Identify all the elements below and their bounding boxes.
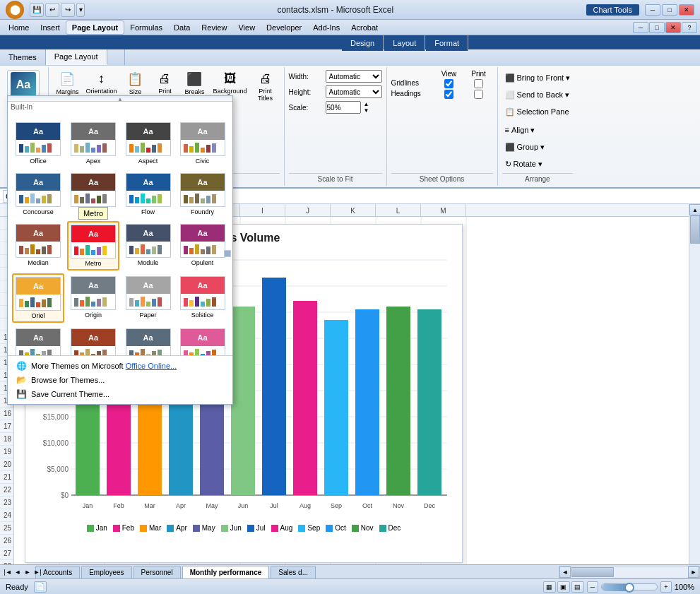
- menu-addins[interactable]: Add-Ins: [307, 20, 345, 35]
- tab-employees[interactable]: Employees: [81, 566, 131, 578]
- inner-close-btn[interactable]: ✕: [665, 22, 681, 33]
- tab-page-layout[interactable]: Page Layout: [46, 49, 107, 65]
- breaks-btn[interactable]: ⬛ Breaks: [180, 70, 208, 97]
- gridlines-view-checkbox[interactable]: [444, 79, 453, 88]
- themes-scroll-area[interactable]: Aa Office Aa: [8, 115, 232, 355]
- background-btn[interactable]: 🖼 Background: [210, 70, 249, 96]
- send-back-btn[interactable]: ⬜ Send to Back ▾: [502, 87, 573, 102]
- save-theme-btn[interactable]: 💾 Save Current Theme...: [13, 387, 227, 401]
- h-scroll-track[interactable]: [571, 566, 688, 578]
- theme-verve[interactable]: Aa Verve: [177, 326, 228, 355]
- legend-apr-label: Apr: [176, 524, 187, 532]
- theme-metro[interactable]: Aa Metro Metro: [67, 221, 119, 271]
- theme-foundry[interactable]: Aa Foundry: [177, 170, 228, 218]
- zoom-slider-thumb[interactable]: [624, 583, 634, 593]
- close-btn[interactable]: ✕: [679, 4, 694, 16]
- size-btn[interactable]: 📋 Size: [121, 70, 149, 97]
- minimize-btn[interactable]: ─: [645, 4, 660, 16]
- height-select[interactable]: Automatic: [326, 85, 382, 98]
- menu-acrobat[interactable]: Acrobat: [345, 20, 384, 35]
- dropdown-quick-btn[interactable]: ▾: [76, 3, 85, 17]
- page-layout-view-btn[interactable]: ▣: [557, 581, 570, 593]
- theme-trek[interactable]: Aa Trek: [67, 326, 119, 355]
- tab-sales[interactable]: Sales d...: [271, 566, 316, 578]
- more-themes-btn[interactable]: 🌐 More Themes on Microsoft Office Online…: [13, 359, 227, 373]
- gridlines-print-checkbox[interactable]: [474, 79, 483, 88]
- menu-home[interactable]: Home: [3, 20, 35, 35]
- theme-aspect[interactable]: Aa Aspect: [122, 119, 174, 167]
- print-titles-btn[interactable]: 🖨 PrintTitles: [251, 70, 280, 103]
- save-quick-btn[interactable]: 💾: [30, 3, 44, 17]
- headings-view-checkbox[interactable]: [444, 90, 453, 99]
- tab-personnel[interactable]: Personnel: [134, 566, 181, 578]
- theme-apex[interactable]: Aa Apex: [67, 119, 119, 167]
- scale-spinner[interactable]: ▲▼: [364, 101, 369, 114]
- menu-data[interactable]: Data: [168, 20, 196, 35]
- menu-review[interactable]: Review: [196, 20, 232, 35]
- legend-nov-dot: [352, 525, 359, 532]
- sheet-nav-prev[interactable]: ◄: [13, 567, 23, 577]
- tab-chart-format[interactable]: Format: [426, 35, 468, 51]
- office-online-link[interactable]: Office Online...: [126, 362, 177, 370]
- menu-developer[interactable]: Developer: [261, 20, 307, 35]
- theme-apex-bars: [71, 140, 115, 154]
- scroll-up-btn[interactable]: ▲: [689, 204, 700, 215]
- normal-view-btn[interactable]: ▦: [543, 581, 556, 593]
- theme-civic[interactable]: Aa Civic: [177, 119, 228, 167]
- h-scroll-thumb[interactable]: [571, 567, 614, 577]
- theme-flow[interactable]: Aa Flow: [122, 170, 174, 218]
- theme-median[interactable]: Aa Median: [12, 221, 64, 271]
- menu-formulas[interactable]: Formulas: [124, 20, 168, 35]
- theme-concourse[interactable]: Aa Concourse: [12, 170, 64, 218]
- scroll-track[interactable]: [689, 215, 700, 594]
- theme-urban[interactable]: Aa Urban: [122, 326, 174, 355]
- tab-other[interactable]: [107, 49, 125, 65]
- restore-btn[interactable]: □: [662, 4, 677, 16]
- headings-print-checkbox[interactable]: [474, 90, 483, 99]
- help-btn[interactable]: ?: [682, 22, 697, 33]
- sheet-nav-first[interactable]: |◄: [3, 567, 13, 577]
- browse-themes-btn[interactable]: 📂 Browse for Themes...: [13, 373, 227, 387]
- h-scroll-left[interactable]: ◄: [559, 566, 571, 578]
- themes-scroll-thumb[interactable]: [225, 251, 230, 256]
- theme-technic[interactable]: Aa Technic: [12, 326, 64, 355]
- theme-module[interactable]: Aa Module: [122, 221, 174, 271]
- zoom-out-btn[interactable]: ─: [587, 581, 598, 593]
- theme-paper[interactable]: Aa Paper: [122, 273, 174, 323]
- theme-opulent[interactable]: Aa Opulent: [177, 221, 228, 271]
- themes-scrollbar[interactable]: [224, 250, 231, 257]
- selection-pane-btn[interactable]: 📋 Selection Pane: [502, 104, 572, 119]
- theme-origin[interactable]: Aa Origin: [67, 273, 119, 323]
- h-scrollbar[interactable]: ◄ ►: [559, 566, 700, 578]
- scroll-thumb[interactable]: [690, 215, 700, 244]
- orientation-btn[interactable]: ↕ Orientation: [83, 70, 119, 96]
- width-select[interactable]: Automatic: [326, 70, 382, 83]
- theme-office[interactable]: Aa Office: [12, 119, 64, 167]
- zoom-in-btn[interactable]: +: [660, 581, 672, 593]
- undo-quick-btn[interactable]: ↩: [45, 3, 59, 17]
- rotate-btn[interactable]: ↻ Rotate ▾: [502, 156, 545, 172]
- page-break-view-btn[interactable]: ▤: [571, 581, 584, 593]
- tab-themes[interactable]: Themes: [0, 49, 46, 65]
- theme-solstice[interactable]: Aa Solstice: [177, 273, 228, 323]
- zoom-slider[interactable]: [601, 583, 658, 590]
- menu-insert[interactable]: Insert: [35, 20, 66, 35]
- tab-chart-layout[interactable]: Layout: [384, 35, 425, 51]
- menu-page-layout[interactable]: Page Layout: [66, 20, 124, 35]
- bring-front-btn[interactable]: ⬛ Bring to Front ▾: [502, 70, 574, 85]
- margins-btn[interactable]: 📄 Margins: [53, 70, 81, 97]
- sheet-nav-last[interactable]: ►|: [32, 567, 42, 577]
- inner-restore-btn[interactable]: □: [649, 22, 665, 33]
- office-button[interactable]: ⬤: [6, 1, 24, 19]
- inner-min-btn[interactable]: ─: [633, 22, 648, 33]
- scale-input[interactable]: [326, 101, 361, 114]
- menu-view[interactable]: View: [232, 20, 261, 35]
- theme-oriel[interactable]: Aa Oriel: [12, 273, 64, 323]
- h-scroll-right[interactable]: ►: [688, 566, 699, 578]
- tab-chart-design[interactable]: Design: [342, 35, 384, 51]
- tab-monthly-performance[interactable]: Monthly performance: [182, 566, 270, 578]
- redo-quick-btn[interactable]: ↪: [61, 3, 75, 17]
- sheet-nav-next[interactable]: ►: [23, 567, 32, 577]
- align-btn[interactable]: ≡ Align ▾: [502, 122, 538, 138]
- group-btn[interactable]: ⬛ Group ▾: [502, 139, 548, 155]
